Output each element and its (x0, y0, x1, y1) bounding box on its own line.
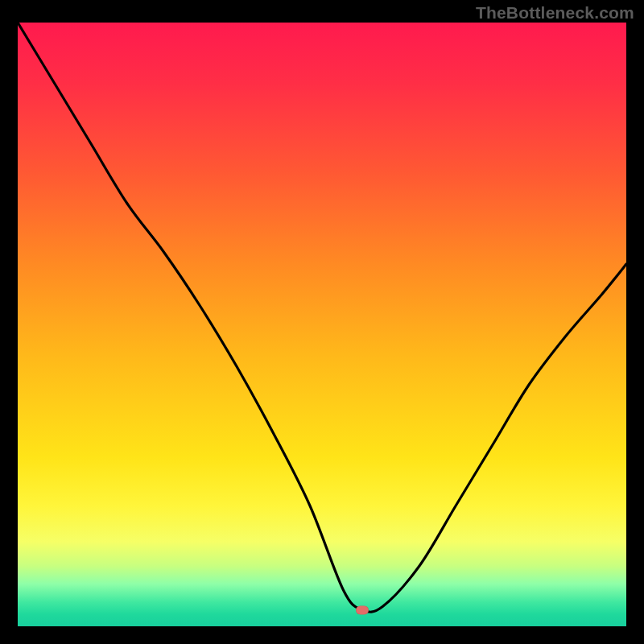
plot-area (18, 23, 626, 626)
bottleneck-curve (18, 23, 626, 626)
watermark-text: TheBottleneck.com (476, 3, 634, 23)
optimal-point-marker (356, 605, 369, 614)
chart-frame: TheBottleneck.com (0, 0, 644, 644)
